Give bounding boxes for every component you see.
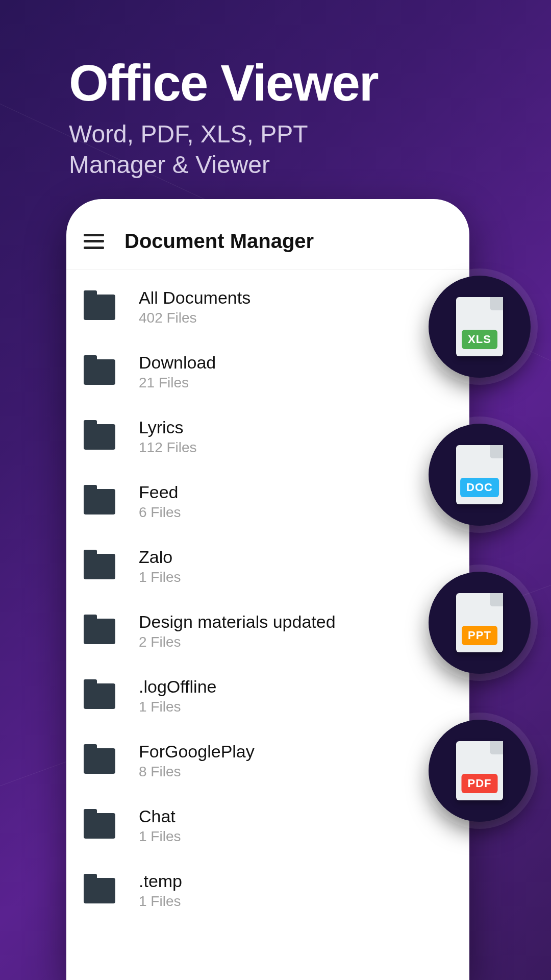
folder-row[interactable]: ForGooglePlay 8 Files [66, 728, 469, 793]
folder-name: Chat [139, 806, 181, 826]
phone-frame: Document Manager All Documents 402 Files… [66, 199, 469, 980]
folder-text: Design materials updated 2 Files [139, 612, 336, 650]
folder-sub: 1 Files [139, 828, 181, 845]
folder-row[interactable]: Zalo 1 Files [66, 534, 469, 599]
file-type-label: PDF [462, 774, 498, 793]
hero-subtitle: Word, PDF, XLS, PPT Manager & Viewer [69, 119, 378, 180]
folder-row[interactable]: Design materials updated 2 Files [66, 599, 469, 664]
folder-name: ForGooglePlay [139, 742, 255, 762]
folder-row[interactable]: .logOffline 1 Files [66, 664, 469, 728]
hero: Office Viewer Word, PDF, XLS, PPT Manage… [69, 56, 378, 180]
folder-sub: 402 Files [139, 310, 251, 326]
folder-list: All Documents 402 Files Download 21 File… [66, 270, 469, 923]
folder-name: Feed [139, 482, 181, 502]
file-type-label: XLS [462, 330, 497, 349]
xls-badge: XLS [429, 276, 531, 378]
pdf-badge: PDF [429, 720, 531, 822]
folder-sub: 8 Files [139, 764, 255, 780]
folder-name: .temp [139, 871, 182, 891]
ppt-badge: PPT [429, 572, 531, 674]
folder-text: Download 21 Files [139, 353, 216, 391]
folder-text: .temp 1 Files [139, 871, 182, 910]
menu-icon[interactable] [84, 234, 104, 249]
folder-name: All Documents [139, 288, 251, 308]
folder-sub: 112 Files [139, 439, 197, 456]
app-bar: Document Manager [66, 199, 469, 270]
folder-icon [84, 489, 115, 514]
folder-sub: 21 Files [139, 375, 216, 391]
folder-name: Zalo [139, 547, 181, 567]
folder-row[interactable]: .temp 1 Files [66, 858, 469, 923]
folder-name: Download [139, 353, 216, 373]
file-icon: PDF [456, 741, 503, 800]
folder-name: Design materials updated [139, 612, 336, 632]
folder-icon [84, 619, 115, 644]
folder-icon [84, 878, 115, 903]
folder-name: .logOffline [139, 677, 216, 697]
folder-row[interactable]: Chat 1 Files [66, 793, 469, 858]
folder-icon [84, 554, 115, 579]
folder-row[interactable]: All Documents 402 Files [66, 275, 469, 339]
folder-sub: 2 Files [139, 634, 336, 650]
folder-icon [84, 295, 115, 320]
folder-icon [84, 424, 115, 450]
folder-text: Lyrics 112 Files [139, 418, 197, 456]
hero-title: Office Viewer [69, 56, 378, 110]
folder-row[interactable]: Download 21 Files [66, 339, 469, 404]
folder-text: Zalo 1 Files [139, 547, 181, 585]
file-icon: XLS [456, 297, 503, 356]
folder-sub: 1 Files [139, 893, 182, 910]
folder-sub: 1 Files [139, 699, 216, 715]
folder-text: .logOffline 1 Files [139, 677, 216, 715]
folder-text: Feed 6 Files [139, 482, 181, 521]
app-bar-title: Document Manager [124, 230, 314, 253]
folder-row[interactable]: Lyrics 112 Files [66, 404, 469, 469]
folder-text: All Documents 402 Files [139, 288, 251, 326]
file-type-label: DOC [460, 478, 499, 497]
file-type-badges: XLS DOC PPT PDF [429, 276, 531, 822]
file-icon: DOC [456, 445, 503, 504]
file-type-label: PPT [462, 626, 497, 645]
folder-text: ForGooglePlay 8 Files [139, 742, 255, 780]
folder-sub: 6 Files [139, 504, 181, 521]
folder-icon [84, 748, 115, 774]
folder-icon [84, 683, 115, 709]
folder-text: Chat 1 Files [139, 806, 181, 845]
folder-row[interactable]: Feed 6 Files [66, 469, 469, 534]
folder-name: Lyrics [139, 418, 197, 437]
doc-badge: DOC [429, 424, 531, 526]
folder-sub: 1 Files [139, 569, 181, 585]
folder-icon [84, 359, 115, 385]
file-icon: PPT [456, 593, 503, 652]
folder-icon [84, 813, 115, 839]
